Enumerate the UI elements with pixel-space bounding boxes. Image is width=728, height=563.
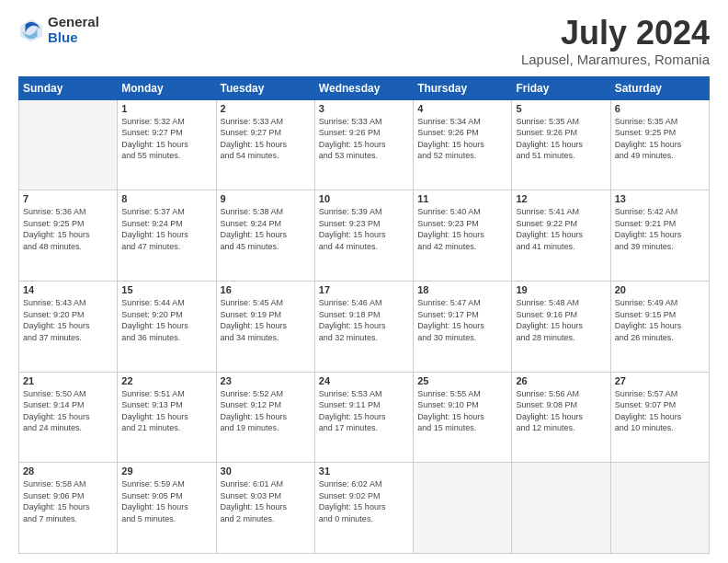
- day-info: Sunrise: 5:51 AMSunset: 9:13 PMDaylight:…: [121, 388, 211, 434]
- day-info: Sunrise: 5:45 AMSunset: 9:19 PMDaylight:…: [221, 297, 311, 343]
- day-info: Sunrise: 5:34 AMSunset: 9:26 PMDaylight:…: [417, 116, 507, 162]
- calendar-cell: 19Sunrise: 5:48 AMSunset: 9:16 PMDayligh…: [512, 281, 610, 372]
- day-number: 18: [417, 284, 507, 295]
- calendar-week-row: 1Sunrise: 5:32 AMSunset: 9:27 PMDaylight…: [19, 99, 710, 190]
- calendar-week-row: 14Sunrise: 5:43 AMSunset: 9:20 PMDayligh…: [19, 281, 710, 372]
- subtitle: Lapusel, Maramures, Romania: [521, 52, 710, 67]
- day-info: Sunrise: 6:02 AMSunset: 9:02 PMDaylight:…: [319, 478, 409, 524]
- day-number: 2: [221, 103, 311, 114]
- day-number: 8: [121, 193, 211, 204]
- day-number: 19: [516, 284, 606, 295]
- calendar-week-row: 7Sunrise: 5:36 AMSunset: 9:25 PMDaylight…: [19, 190, 710, 282]
- calendar-cell: [610, 463, 709, 554]
- calendar-cell: 20Sunrise: 5:49 AMSunset: 9:15 PMDayligh…: [610, 281, 709, 372]
- day-info: Sunrise: 5:49 AMSunset: 9:15 PMDaylight:…: [615, 297, 705, 343]
- logo-text: General Blue: [48, 15, 99, 45]
- logo-blue-text: Blue: [48, 30, 99, 46]
- calendar-cell: [512, 463, 610, 554]
- day-number: 24: [319, 375, 409, 386]
- calendar-cell: 4Sunrise: 5:34 AMSunset: 9:26 PMDaylight…: [414, 99, 512, 190]
- day-info: Sunrise: 5:44 AMSunset: 9:20 PMDaylight:…: [121, 297, 211, 343]
- calendar-week-row: 21Sunrise: 5:50 AMSunset: 9:14 PMDayligh…: [19, 372, 710, 463]
- weekday-header: Friday: [512, 76, 610, 99]
- day-number: 30: [221, 465, 311, 477]
- day-number: 20: [615, 284, 705, 295]
- calendar-header-row: SundayMondayTuesdayWednesdayThursdayFrid…: [19, 76, 710, 99]
- page: General Blue July 2024 Lapusel, Maramure…: [0, 0, 728, 563]
- calendar-cell: 11Sunrise: 5:40 AMSunset: 9:23 PMDayligh…: [414, 190, 512, 282]
- day-number: 25: [417, 375, 507, 386]
- calendar-cell: 22Sunrise: 5:51 AMSunset: 9:13 PMDayligh…: [118, 372, 216, 463]
- day-info: Sunrise: 5:36 AMSunset: 9:25 PMDaylight:…: [23, 206, 113, 252]
- calendar-cell: 31Sunrise: 6:02 AMSunset: 9:02 PMDayligh…: [314, 463, 413, 554]
- day-info: Sunrise: 5:38 AMSunset: 9:24 PMDaylight:…: [221, 206, 311, 252]
- day-number: 4: [417, 103, 507, 114]
- day-number: 6: [615, 103, 705, 114]
- day-info: Sunrise: 5:52 AMSunset: 9:12 PMDaylight:…: [221, 388, 311, 434]
- day-number: 5: [516, 103, 606, 114]
- calendar-cell: [414, 463, 512, 554]
- day-number: 29: [121, 465, 211, 477]
- day-number: 15: [121, 284, 211, 295]
- day-number: 1: [121, 103, 211, 114]
- day-info: Sunrise: 5:53 AMSunset: 9:11 PMDaylight:…: [319, 388, 409, 434]
- day-number: 23: [221, 375, 311, 386]
- day-number: 3: [319, 103, 409, 114]
- calendar-cell: 15Sunrise: 5:44 AMSunset: 9:20 PMDayligh…: [118, 281, 216, 372]
- day-number: 13: [615, 193, 705, 204]
- calendar-cell: 18Sunrise: 5:47 AMSunset: 9:17 PMDayligh…: [414, 281, 512, 372]
- day-info: Sunrise: 5:39 AMSunset: 9:23 PMDaylight:…: [319, 206, 409, 252]
- calendar-cell: 8Sunrise: 5:37 AMSunset: 9:24 PMDaylight…: [118, 190, 216, 282]
- day-number: 14: [23, 284, 113, 295]
- header: General Blue July 2024 Lapusel, Maramure…: [18, 15, 710, 67]
- day-info: Sunrise: 5:46 AMSunset: 9:18 PMDaylight:…: [319, 297, 409, 343]
- calendar-week-row: 28Sunrise: 5:58 AMSunset: 9:06 PMDayligh…: [19, 463, 710, 554]
- logo: General Blue: [18, 15, 99, 45]
- calendar-cell: 23Sunrise: 5:52 AMSunset: 9:12 PMDayligh…: [216, 372, 314, 463]
- day-info: Sunrise: 5:33 AMSunset: 9:26 PMDaylight:…: [319, 116, 409, 162]
- day-info: Sunrise: 5:33 AMSunset: 9:27 PMDaylight:…: [221, 116, 311, 162]
- logo-general-text: General: [48, 15, 99, 30]
- calendar-cell: 14Sunrise: 5:43 AMSunset: 9:20 PMDayligh…: [19, 281, 118, 372]
- calendar-cell: 27Sunrise: 5:57 AMSunset: 9:07 PMDayligh…: [610, 372, 709, 463]
- day-info: Sunrise: 5:50 AMSunset: 9:14 PMDaylight:…: [23, 388, 113, 434]
- weekday-header: Tuesday: [216, 76, 314, 99]
- day-info: Sunrise: 5:41 AMSunset: 9:22 PMDaylight:…: [516, 206, 606, 252]
- calendar-cell: 17Sunrise: 5:46 AMSunset: 9:18 PMDayligh…: [314, 281, 413, 372]
- day-number: 27: [615, 375, 705, 386]
- calendar-cell: 13Sunrise: 5:42 AMSunset: 9:21 PMDayligh…: [610, 190, 709, 282]
- day-info: Sunrise: 6:01 AMSunset: 9:03 PMDaylight:…: [221, 478, 311, 524]
- day-info: Sunrise: 5:43 AMSunset: 9:20 PMDaylight:…: [23, 297, 113, 343]
- day-info: Sunrise: 5:35 AMSunset: 9:26 PMDaylight:…: [516, 116, 606, 162]
- calendar-cell: 1Sunrise: 5:32 AMSunset: 9:27 PMDaylight…: [118, 99, 216, 190]
- calendar-cell: 5Sunrise: 5:35 AMSunset: 9:26 PMDaylight…: [512, 99, 610, 190]
- calendar-cell: 7Sunrise: 5:36 AMSunset: 9:25 PMDaylight…: [19, 190, 118, 282]
- calendar-cell: 30Sunrise: 6:01 AMSunset: 9:03 PMDayligh…: [216, 463, 314, 554]
- calendar-cell: 2Sunrise: 5:33 AMSunset: 9:27 PMDaylight…: [216, 99, 314, 190]
- day-info: Sunrise: 5:57 AMSunset: 9:07 PMDaylight:…: [615, 388, 705, 434]
- day-number: 31: [319, 465, 409, 477]
- calendar-cell: 26Sunrise: 5:56 AMSunset: 9:08 PMDayligh…: [512, 372, 610, 463]
- weekday-header: Wednesday: [314, 76, 413, 99]
- logo-icon: [18, 17, 44, 43]
- day-number: 9: [221, 193, 311, 204]
- day-info: Sunrise: 5:58 AMSunset: 9:06 PMDaylight:…: [23, 478, 113, 524]
- calendar-cell: [19, 99, 118, 190]
- day-number: 10: [319, 193, 409, 204]
- weekday-header: Saturday: [610, 76, 709, 99]
- day-info: Sunrise: 5:56 AMSunset: 9:08 PMDaylight:…: [516, 388, 606, 434]
- weekday-header: Monday: [118, 76, 216, 99]
- calendar-cell: 29Sunrise: 5:59 AMSunset: 9:05 PMDayligh…: [118, 463, 216, 554]
- day-number: 21: [23, 375, 113, 386]
- day-number: 26: [516, 375, 606, 386]
- day-number: 12: [516, 193, 606, 204]
- calendar-cell: 10Sunrise: 5:39 AMSunset: 9:23 PMDayligh…: [314, 190, 413, 282]
- day-number: 28: [23, 465, 113, 477]
- day-number: 16: [221, 284, 311, 295]
- calendar-cell: 21Sunrise: 5:50 AMSunset: 9:14 PMDayligh…: [19, 372, 118, 463]
- calendar-cell: 9Sunrise: 5:38 AMSunset: 9:24 PMDaylight…: [216, 190, 314, 282]
- calendar-cell: 12Sunrise: 5:41 AMSunset: 9:22 PMDayligh…: [512, 190, 610, 282]
- day-number: 22: [121, 375, 211, 386]
- calendar-cell: 25Sunrise: 5:55 AMSunset: 9:10 PMDayligh…: [414, 372, 512, 463]
- weekday-header: Thursday: [414, 76, 512, 99]
